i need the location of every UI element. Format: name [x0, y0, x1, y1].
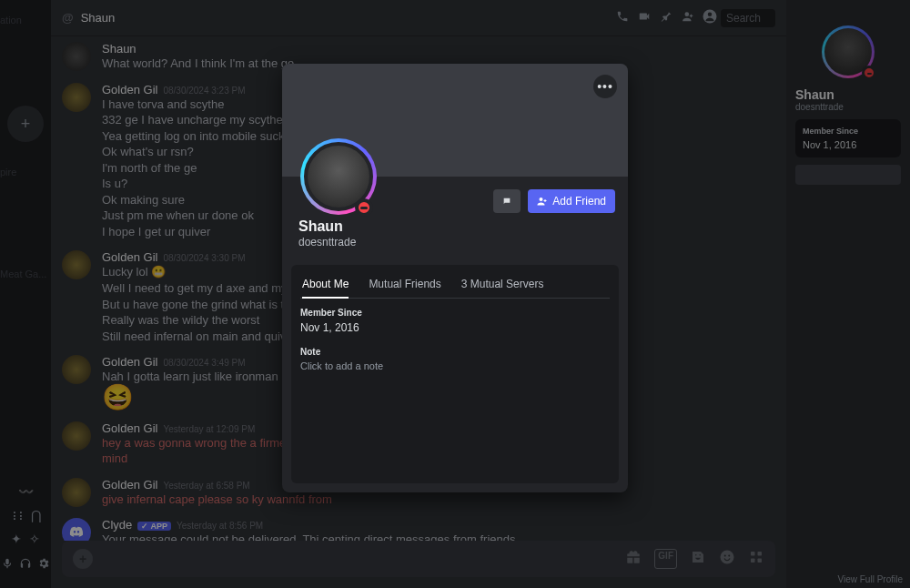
message-button[interactable]: [493, 189, 521, 213]
profile-info-panel: About Me Mutual Friends 3 Mutual Servers…: [291, 265, 619, 483]
tab-mutual-friends[interactable]: Mutual Friends: [369, 274, 440, 298]
note-input[interactable]: Click to add a note: [300, 360, 610, 371]
profile-tabs: About Me Mutual Friends 3 Mutual Servers: [300, 274, 610, 299]
profile-display-name: Shaun: [298, 218, 612, 235]
tab-mutual-servers[interactable]: 3 Mutual Servers: [461, 274, 544, 298]
more-options-button[interactable]: •••: [593, 75, 617, 98]
add-friend-button[interactable]: Add Friend: [528, 189, 615, 213]
member-since-value: Nov 1, 2016: [300, 321, 610, 334]
profile-modal: ••• Add Friend Shaun doesnttrade About M…: [282, 64, 628, 492]
modal-overlay: ••• Add Friend Shaun doesnttrade About M…: [0, 0, 910, 588]
note-label: Note: [300, 347, 610, 357]
member-since-label: Member Since: [300, 308, 610, 318]
profile-handle: doesnttrade: [298, 236, 612, 248]
tab-about-me[interactable]: About Me: [302, 274, 349, 298]
dnd-status-icon: [355, 198, 373, 217]
add-friend-label: Add Friend: [552, 195, 606, 208]
svg-point-10: [540, 198, 543, 201]
